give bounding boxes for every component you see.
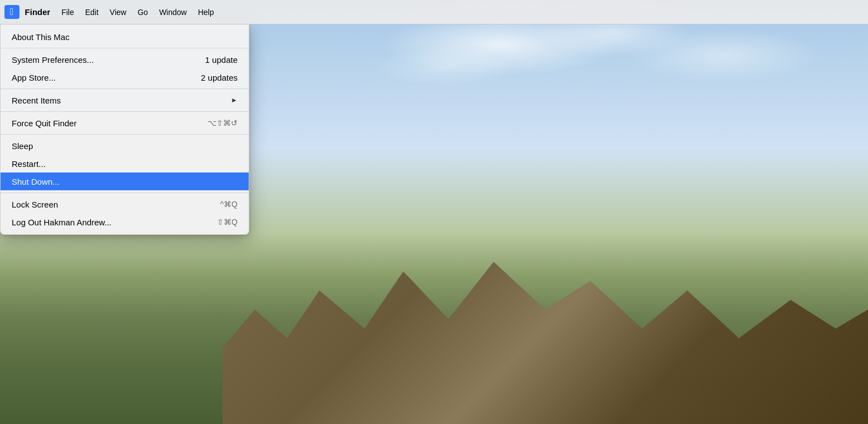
menu-item-about-this-mac[interactable]: About This Mac [1,28,249,46]
system-prefs-badge: 1 update [205,55,238,65]
menu-item-shut-down[interactable]: Shut Down... [1,172,249,190]
lock-screen-shortcut: ^⌘Q [220,200,238,209]
menu-item-label: Log Out Hakman Andrew... [12,218,111,227]
mountains-layer [223,233,868,424]
menu-item-restart[interactable]: Restart... [1,155,249,172]
menu-item-right: 2 updates [201,73,238,82]
menu-item-system-preferences[interactable]: System Preferences... 1 update [1,51,249,68]
apple-menu-button[interactable]:  [4,5,19,19]
log-out-shortcut: ⇧⌘Q [217,218,238,226]
menu-item-label: Shut Down... [12,177,60,186]
separator-2 [1,88,249,89]
menu-item-sleep[interactable]: Sleep [1,137,249,155]
menu-item-label: Force Quit Finder [12,119,77,128]
menubar-edit[interactable]: Edit [80,6,104,19]
menu-item-label: System Preferences... [12,55,94,65]
separator-1 [1,48,249,48]
menu-item-log-out[interactable]: Log Out Hakman Andrew... ⇧⌘Q [1,213,249,231]
menu-item-label: Sleep [12,141,33,151]
menubar:  Finder File Edit View Go Window Help [0,0,868,24]
menu-item-label: App Store... [12,73,56,82]
menu-item-label: Lock Screen [12,200,58,209]
menu-item-recent-items[interactable]: Recent Items ► [1,91,249,109]
submenu-arrow-icon: ► [231,96,238,104]
app-store-badge: 2 updates [201,73,238,82]
menubar-go[interactable]: Go [132,6,154,19]
menu-item-app-store[interactable]: App Store... 2 updates [1,68,249,86]
menu-item-label: Recent Items [12,96,61,105]
menubar-help[interactable]: Help [193,6,220,19]
menubar-window[interactable]: Window [154,6,193,19]
menu-item-force-quit[interactable]: Force Quit Finder ⌥⇧⌘↺ [1,114,249,132]
menu-item-label: About This Mac [12,32,70,42]
menu-item-label: Restart... [12,159,46,169]
menubar-view[interactable]: View [104,6,132,19]
separator-4 [1,134,249,135]
menu-item-lock-screen[interactable]: Lock Screen ^⌘Q [1,195,249,213]
separator-3 [1,111,249,112]
menubar-finder[interactable]: Finder [19,5,56,19]
menubar-file[interactable]: File [56,6,80,19]
menu-item-right: 1 update [205,55,238,65]
separator-5 [1,193,249,193]
apple-dropdown-menu: About This Mac System Preferences... 1 u… [0,24,249,235]
force-quit-shortcut: ⌥⇧⌘↺ [208,119,238,127]
